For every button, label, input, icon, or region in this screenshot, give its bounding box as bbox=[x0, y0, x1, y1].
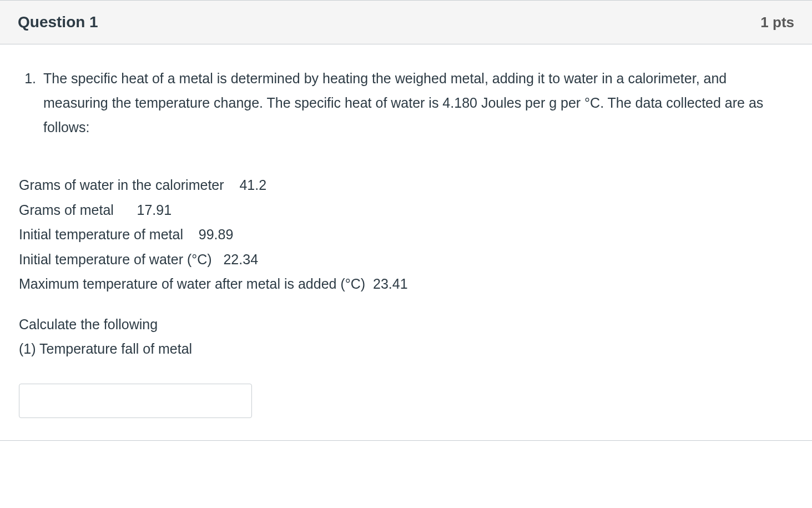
answer-input[interactable] bbox=[19, 384, 252, 418]
calculate-item: (1) Temperature fall of metal bbox=[19, 336, 793, 361]
data-value: 23.41 bbox=[373, 276, 408, 291]
data-label: Maximum temperature of water after metal… bbox=[19, 276, 365, 291]
data-spacer bbox=[224, 177, 240, 193]
calculate-block: Calculate the following (1) Temperature … bbox=[19, 312, 793, 361]
data-label: Initial temperature of water (°C) bbox=[19, 252, 212, 267]
data-label: Grams of metal bbox=[19, 202, 114, 218]
question-body: The specific heat of a metal is determin… bbox=[0, 44, 812, 440]
calculate-heading: Calculate the following bbox=[19, 312, 793, 337]
question-title: Question 1 bbox=[18, 11, 98, 34]
data-spacer bbox=[365, 276, 373, 291]
data-row: Grams of metal 17.91 bbox=[19, 198, 793, 223]
question-prompt: The specific heat of a metal is determin… bbox=[19, 67, 793, 139]
data-spacer bbox=[114, 202, 137, 218]
data-row: Maximum temperature of water after metal… bbox=[19, 271, 793, 296]
data-spacer bbox=[212, 252, 224, 267]
data-value: 22.34 bbox=[223, 252, 258, 267]
data-row: Initial temperature of metal 99.89 bbox=[19, 222, 793, 247]
question-points: 1 pts bbox=[760, 12, 794, 33]
data-block: Grams of water in the calorimeter 41.2 G… bbox=[19, 173, 793, 296]
question-container: Question 1 1 pts The specific heat of a … bbox=[0, 0, 812, 441]
data-value: 41.2 bbox=[239, 177, 266, 193]
data-row: Initial temperature of water (°C) 22.34 bbox=[19, 247, 793, 272]
data-row: Grams of water in the calorimeter 41.2 bbox=[19, 173, 793, 198]
data-label: Grams of water in the calorimeter bbox=[19, 177, 224, 193]
data-value: 99.89 bbox=[199, 227, 234, 242]
data-label: Initial temperature of metal bbox=[19, 227, 183, 242]
question-header: Question 1 1 pts bbox=[0, 1, 812, 44]
data-spacer bbox=[183, 227, 199, 242]
data-value: 17.91 bbox=[137, 202, 172, 218]
question-prompt-text: The specific heat of a metal is determin… bbox=[40, 67, 793, 139]
